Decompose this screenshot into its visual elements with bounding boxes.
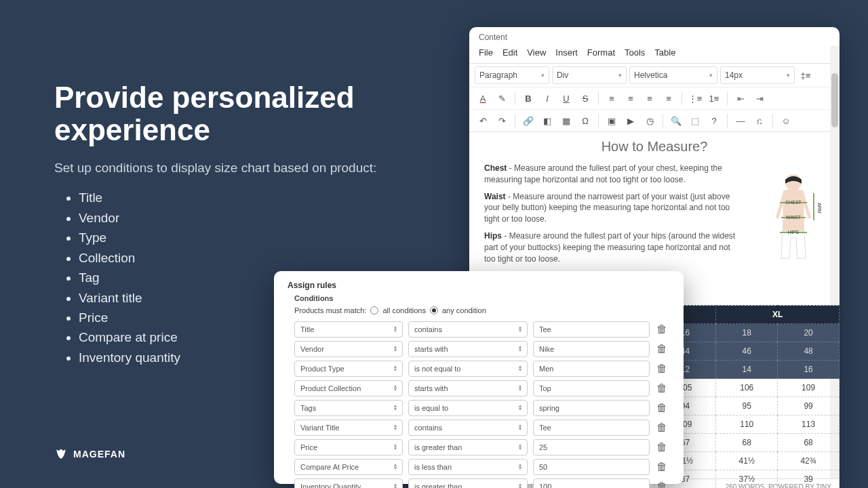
rule-field-select[interactable]: Product Type▴▾ <box>294 361 403 377</box>
chevron-down-icon: ▾ <box>787 72 790 79</box>
align-center-icon[interactable]: ≡ <box>623 90 639 106</box>
rule-field-select[interactable]: Inventory Quantity▴▾ <box>294 479 403 488</box>
rule-value-input[interactable]: spring <box>533 400 650 416</box>
trash-icon[interactable]: 🗑 <box>655 441 669 453</box>
rule-operator-select[interactable]: starts with▴▾ <box>408 341 528 357</box>
radio-all-conditions[interactable] <box>370 306 378 314</box>
help-icon[interactable]: ? <box>706 113 722 129</box>
trash-icon[interactable]: 🗑 <box>655 461 669 473</box>
table-cell: 16 <box>778 361 840 379</box>
trash-icon[interactable]: 🗑 <box>655 382 669 394</box>
highlight-icon[interactable]: ✎ <box>494 90 510 106</box>
search-icon[interactable]: 🔍 <box>668 113 684 129</box>
trash-icon[interactable]: 🗑 <box>655 363 669 375</box>
rule-operator-select[interactable]: is greater than▴▾ <box>408 479 528 488</box>
rule-field-select[interactable]: Product Collection▴▾ <box>294 380 403 396</box>
menu-edit[interactable]: Edit <box>502 47 517 58</box>
bookmark-icon[interactable]: ◧ <box>539 113 555 129</box>
media-icon[interactable]: ▶ <box>623 113 639 129</box>
rule-operator-select[interactable]: starts with▴▾ <box>408 380 528 396</box>
bold-icon[interactable]: B <box>520 90 536 106</box>
number-list-icon[interactable]: 1≡ <box>706 90 722 106</box>
datetime-icon[interactable]: ◷ <box>642 113 658 129</box>
rule-value-input[interactable]: 100 <box>533 479 650 488</box>
rule-value-input[interactable]: Nike <box>533 341 650 357</box>
rule-row: Vendor▴▾starts with▴▾Nike🗑 <box>294 341 670 357</box>
size-header: XL <box>716 306 840 324</box>
table-cell: 109 <box>778 379 840 397</box>
rule-value-input[interactable]: Tee <box>533 321 650 338</box>
table-cell: 42¾ <box>778 452 840 470</box>
radio-any-condition[interactable] <box>430 306 438 314</box>
indent-icon[interactable]: ⇥ <box>751 90 768 106</box>
trash-icon[interactable]: 🗑 <box>655 481 669 488</box>
text-color-icon[interactable]: A <box>475 90 491 106</box>
rule-value-input[interactable]: Tee <box>533 420 650 436</box>
rule-operator-select[interactable]: is not equal to▴▾ <box>408 361 528 377</box>
italic-icon[interactable]: I <box>539 90 555 106</box>
rule-field-select[interactable]: Tags▴▾ <box>294 400 403 416</box>
menu-tools[interactable]: Tools <box>625 47 645 58</box>
radio-all-label: all conditions <box>382 306 426 314</box>
rule-operator-select[interactable]: is equal to▴▾ <box>408 400 528 416</box>
trash-icon[interactable]: 🗑 <box>655 422 669 434</box>
emoji-icon[interactable]: ☺ <box>778 113 794 129</box>
rule-row: Product Collection▴▾starts with▴▾Top🗑 <box>294 380 670 396</box>
redo-icon[interactable]: ↷ <box>494 113 510 129</box>
menu-view[interactable]: View <box>527 47 546 58</box>
rule-operator-select[interactable]: is less than▴▾ <box>408 459 528 475</box>
content-heading: How to Measure? <box>484 139 825 155</box>
menu-format[interactable]: Format <box>587 47 615 58</box>
rule-row: Price▴▾is greater than▴▾25🗑 <box>294 439 670 455</box>
svg-text:ARM: ARM <box>817 203 822 214</box>
pagebreak-icon[interactable]: ⎌ <box>751 113 768 129</box>
rule-value-input[interactable]: Men <box>533 361 650 377</box>
hr-icon[interactable]: — <box>732 113 749 129</box>
scrollbar-thumb[interactable] <box>831 73 838 127</box>
menu-table[interactable]: Table <box>654 47 675 58</box>
rule-field-select[interactable]: Vendor▴▾ <box>294 341 403 357</box>
rule-field-select[interactable]: Title▴▾ <box>294 321 403 338</box>
trash-icon[interactable]: 🗑 <box>655 343 669 355</box>
table-icon[interactable]: ▦ <box>558 113 574 129</box>
rule-field-select[interactable]: Price▴▾ <box>294 439 403 455</box>
rule-row: Inventory Quantity▴▾is greater than▴▾100… <box>294 479 670 488</box>
rule-field-select[interactable]: Compare At Price▴▾ <box>294 459 403 475</box>
font-family-select[interactable]: Helvetica▾ <box>629 66 717 84</box>
rule-value-input[interactable]: 25 <box>533 439 650 455</box>
special-char-icon[interactable]: Ω <box>577 113 593 129</box>
table-cell: 48 <box>778 342 840 361</box>
link-icon[interactable]: 🔗 <box>520 113 536 129</box>
list-item: Vendor <box>79 208 407 228</box>
trash-icon[interactable]: 🗑 <box>655 402 669 414</box>
rule-operator-select[interactable]: is greater than▴▾ <box>408 439 528 455</box>
align-justify-icon[interactable]: ≡ <box>660 90 677 106</box>
wrap-format-select[interactable]: Div▾ <box>552 66 627 84</box>
block-format-select[interactable]: Paragraph▾ <box>475 66 549 84</box>
rule-value-input[interactable]: 50 <box>533 459 650 475</box>
editor-panel-label: Content <box>469 27 840 45</box>
bullet-list-icon[interactable]: ⋮≡ <box>687 90 703 106</box>
rules-match-mode: Products must match: all conditions any … <box>294 306 670 314</box>
align-right-icon[interactable]: ≡ <box>642 90 658 106</box>
image-icon[interactable]: ▣ <box>604 113 620 129</box>
strike-icon[interactable]: S <box>577 90 593 106</box>
undo-icon[interactable]: ↶ <box>475 113 491 129</box>
line-height-icon[interactable]: ‡≡ <box>797 67 814 83</box>
align-left-icon[interactable]: ≡ <box>604 90 620 106</box>
list-item: Type <box>79 228 407 247</box>
menu-file[interactable]: File <box>479 47 493 58</box>
select-all-icon[interactable]: ⬚ <box>687 113 703 129</box>
svg-text:CHEST: CHEST <box>785 200 802 205</box>
trash-icon[interactable]: 🗑 <box>655 323 669 336</box>
table-cell: 68 <box>778 434 840 452</box>
outdent-icon[interactable]: ⇤ <box>732 90 749 106</box>
rule-operator-select[interactable]: contains▴▾ <box>408 321 528 338</box>
rule-operator-select[interactable]: contains▴▾ <box>408 420 528 436</box>
underline-icon[interactable]: U <box>558 90 574 106</box>
font-size-select[interactable]: 14px▾ <box>720 66 795 84</box>
menu-insert[interactable]: Insert <box>555 47 578 58</box>
rule-field-select[interactable]: Variant Title▴▾ <box>294 420 403 436</box>
rule-value-input[interactable]: Top <box>533 380 650 396</box>
svg-text:WAIST: WAIST <box>786 215 802 220</box>
